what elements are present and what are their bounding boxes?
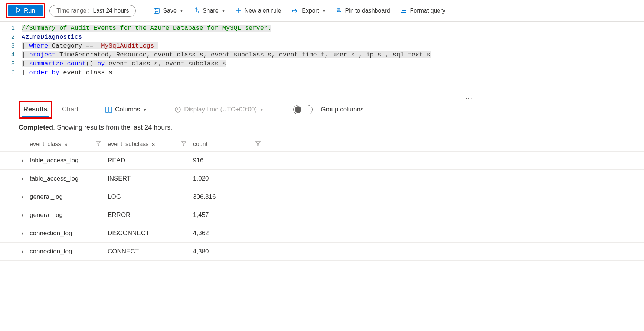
table-row[interactable]: ›connection_logCONNECT4,380: [0, 243, 644, 261]
share-label: Share: [203, 7, 219, 14]
code-line[interactable]: 3| where Category == 'MySqlAuditLogs': [0, 42, 644, 51]
run-button[interactable]: Run: [8, 5, 43, 16]
line-number: 1: [0, 24, 22, 33]
chevron-down-icon: ▾: [180, 8, 183, 13]
code-content: AzureDiagnostics: [22, 33, 82, 42]
save-icon: [153, 7, 160, 14]
more-icon[interactable]: …: [0, 92, 644, 101]
cell-event-subclass: ERROR: [108, 211, 193, 219]
run-button-highlight: Run: [6, 3, 45, 18]
display-time-label: Display time (UTC+00:00): [184, 106, 257, 113]
chevron-down-icon: ▾: [222, 8, 225, 13]
cell-event-class: connection_log: [30, 248, 108, 255]
expand-icon[interactable]: ›: [21, 157, 23, 164]
separator: [160, 104, 160, 115]
share-icon: [193, 7, 200, 14]
column-label: event_class_s: [30, 141, 67, 147]
time-range-value: Last 24 hours: [93, 7, 129, 14]
query-toolbar: Run Time range : Last 24 hours Save ▾ Sh…: [0, 0, 644, 22]
expand-icon[interactable]: ›: [21, 248, 23, 255]
column-label: count_: [193, 141, 211, 147]
expand-icon[interactable]: ›: [21, 211, 23, 219]
results-table: event_class_s event_subclass_s count_ ›t…: [0, 137, 644, 261]
chevron-down-icon: ▾: [323, 8, 325, 13]
svg-rect-1: [155, 8, 158, 10]
cell-count: 4,362: [193, 230, 267, 237]
chevron-down-icon: ▾: [144, 107, 146, 112]
expand-icon[interactable]: ›: [21, 230, 23, 237]
cell-count: 1,020: [193, 175, 267, 182]
format-query-button[interactable]: Format query: [397, 5, 449, 16]
table-row[interactable]: ›connection_logDISCONNECT4,362: [0, 224, 644, 243]
code-line[interactable]: 6| order by event_class_s: [0, 68, 644, 77]
pin-icon: [336, 7, 342, 14]
column-label: event_subclass_s: [108, 141, 155, 147]
line-number: 4: [0, 51, 22, 59]
table-row[interactable]: ›table_access_logINSERT1,020: [0, 170, 644, 188]
tab-chart[interactable]: Chart: [61, 102, 80, 117]
columns-label: Columns: [115, 106, 140, 113]
results-toolbar: Results Chart Columns ▾ Display time (UT…: [0, 101, 644, 119]
play-icon: [16, 7, 21, 14]
code-content: | summarize count() by event_class_s, ev…: [22, 59, 226, 68]
column-header[interactable]: event_class_s: [30, 141, 108, 147]
cell-event-subclass: READ: [108, 157, 193, 164]
columns-button[interactable]: Columns ▾: [102, 104, 149, 115]
new-alert-label: New alert rule: [245, 7, 281, 14]
query-editor[interactable]: 1//Summary of Audit Events for the Azure…: [0, 22, 644, 92]
display-time-button[interactable]: Display time (UTC+00:00) ▾: [171, 104, 266, 115]
code-line[interactable]: 4| project TimeGenerated, Resource, even…: [0, 51, 644, 59]
new-alert-button[interactable]: New alert rule: [231, 5, 285, 16]
export-label: Export: [302, 7, 319, 14]
plus-icon: [235, 7, 242, 14]
time-range-selector[interactable]: Time range : Last 24 hours: [49, 5, 136, 17]
table-row[interactable]: ›table_access_logREAD916: [0, 152, 644, 170]
code-content: | order by event_class_s: [22, 68, 112, 77]
export-button[interactable]: Export ▾: [288, 5, 328, 16]
time-range-label: Time range :: [56, 7, 89, 14]
cell-event-class: general_log: [30, 193, 108, 201]
pin-button[interactable]: Pin to dashboard: [332, 5, 394, 16]
cell-count: 1,457: [193, 211, 267, 219]
separator: [91, 104, 91, 115]
code-line[interactable]: 1//Summary of Audit Events for the Azure…: [0, 24, 644, 33]
filter-icon[interactable]: [255, 141, 261, 147]
cell-event-subclass: INSERT: [108, 175, 193, 182]
code-line[interactable]: 5| summarize count() by event_class_s, e…: [0, 59, 644, 68]
svg-rect-2: [155, 11, 158, 13]
line-number: 3: [0, 42, 22, 51]
expand-icon[interactable]: ›: [21, 175, 23, 182]
cell-count: 4,380: [193, 248, 267, 255]
code-content: | project TimeGenerated, Resource, event…: [22, 51, 431, 59]
save-label: Save: [163, 7, 176, 14]
column-header[interactable]: count_: [193, 141, 267, 147]
save-button[interactable]: Save ▾: [150, 5, 186, 16]
share-button[interactable]: Share ▾: [189, 5, 228, 16]
svg-rect-5: [109, 107, 112, 112]
results-status: Completed. Showing results from the last…: [0, 119, 644, 137]
svg-rect-0: [154, 8, 159, 13]
results-tab-highlight: Results: [19, 101, 52, 119]
status-text: . Showing results from the last 24 hours…: [53, 124, 172, 131]
cell-count: 306,316: [193, 193, 267, 201]
pin-label: Pin to dashboard: [345, 7, 390, 14]
code-content: //Summary of Audit Events for the Azure …: [22, 24, 271, 33]
table-header: event_class_s event_subclass_s count_: [0, 137, 644, 152]
tab-results[interactable]: Results: [22, 102, 49, 117]
table-row[interactable]: ›general_logERROR1,457: [0, 206, 644, 224]
expand-icon[interactable]: ›: [21, 193, 23, 201]
code-line[interactable]: 2AzureDiagnostics: [0, 33, 644, 42]
cell-event-class: table_access_log: [30, 175, 108, 182]
format-icon: [401, 7, 407, 14]
export-icon: [291, 8, 299, 14]
filter-icon[interactable]: [96, 141, 101, 147]
cell-event-class: connection_log: [30, 230, 108, 237]
group-columns-toggle[interactable]: [293, 105, 313, 114]
code-content: | where Category == 'MySqlAuditLogs': [22, 42, 158, 51]
filter-icon[interactable]: [181, 141, 186, 147]
clock-icon: [174, 106, 181, 113]
column-header[interactable]: event_subclass_s: [108, 141, 193, 147]
cell-event-subclass: CONNECT: [108, 248, 193, 255]
cell-event-class: general_log: [30, 211, 108, 219]
table-row[interactable]: ›general_logLOG306,316: [0, 188, 644, 206]
